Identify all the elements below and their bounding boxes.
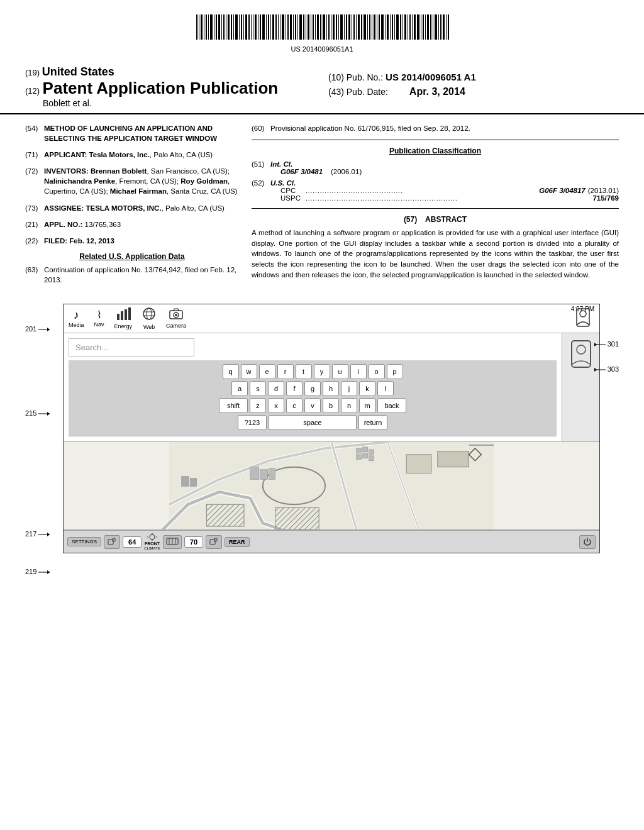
key-shift[interactable]: shift <box>219 398 248 413</box>
key-l[interactable]: l <box>377 381 394 396</box>
int-cl-row: G06F 3/0481 (2006.01) <box>270 168 619 175</box>
taskbar-icon-web[interactable]: Web <box>142 307 156 330</box>
svg-point-123 <box>175 314 177 316</box>
key-e[interactable]: e <box>259 364 275 379</box>
label-217: 217 <box>25 530 51 538</box>
diagram-section: 201 215 217 219 301 303 4:07 PM <box>0 291 644 572</box>
key-t[interactable]: t <box>296 364 312 379</box>
title-content: METHOD OF LAUNCHING AN APPLICATION AND S… <box>44 123 239 143</box>
power-button[interactable] <box>579 535 596 549</box>
cpc-label: CPC <box>280 187 306 194</box>
key-b[interactable]: b <box>323 398 339 413</box>
barcode-image <box>190 11 454 43</box>
taskbar-icon-media[interactable]: ♪ Media <box>69 309 84 328</box>
key-m[interactable]: m <box>359 398 375 413</box>
svg-rect-83 <box>404 14 406 40</box>
continuation-content: Continuation of application No. 13/764,9… <box>44 265 239 285</box>
svg-point-127 <box>577 345 586 354</box>
key-g[interactable]: g <box>304 381 321 396</box>
svg-rect-42 <box>299 14 302 40</box>
key-y[interactable]: y <box>314 364 330 379</box>
taskbar-time: 4:07 PM <box>571 306 594 313</box>
taskbar-icon-nav[interactable]: ⌇ Nav <box>94 310 104 328</box>
key-z[interactable]: z <box>250 398 266 413</box>
key-back[interactable]: back <box>377 398 406 413</box>
taskbar: 4:07 PM ♪ Media ⌇ Nav <box>64 304 599 333</box>
svg-rect-8 <box>216 14 217 40</box>
svg-rect-3 <box>204 14 204 40</box>
svg-rect-43 <box>303 14 304 40</box>
settings-button[interactable]: SETTINGS <box>67 537 101 546</box>
svg-rect-76 <box>387 14 389 40</box>
key-p[interactable]: p <box>387 364 403 379</box>
key-v[interactable]: v <box>304 398 321 413</box>
climate-label: CLIMATE <box>144 546 160 550</box>
svg-rect-140 <box>369 456 374 461</box>
key-f[interactable]: f <box>286 381 303 396</box>
int-cl-year: (2006.01) <box>331 168 362 175</box>
svg-rect-71 <box>374 14 375 40</box>
controls-icon[interactable] <box>163 535 182 549</box>
svg-rect-75 <box>385 14 386 40</box>
svg-rect-24 <box>255 14 257 40</box>
svg-rect-26 <box>260 14 261 40</box>
map-svg <box>64 442 599 529</box>
key-h[interactable]: h <box>323 381 339 396</box>
key-c[interactable]: c <box>286 398 303 413</box>
key-r[interactable]: r <box>277 364 294 379</box>
front-climate[interactable]: FRONT CLIMATE <box>144 533 160 550</box>
svg-rect-131 <box>191 479 197 487</box>
key-n[interactable]: n <box>341 398 357 413</box>
filed-label: Filed: <box>44 237 67 245</box>
svg-rect-86 <box>412 14 413 40</box>
seat-control-front[interactable] <box>104 535 120 549</box>
svg-rect-16 <box>235 14 238 40</box>
svg-rect-147 <box>406 455 431 473</box>
inventors-label: Inventors: <box>44 167 89 175</box>
svg-rect-114 <box>121 311 123 320</box>
key-w[interactable]: w <box>241 364 257 379</box>
svg-rect-79 <box>394 14 395 40</box>
svg-marker-108 <box>47 570 50 574</box>
svg-point-154 <box>150 534 155 540</box>
key-d[interactable]: d <box>268 381 284 396</box>
divider-2 <box>252 208 619 209</box>
svg-rect-50 <box>320 14 321 40</box>
key-q[interactable]: q <box>223 364 239 379</box>
key-o[interactable]: o <box>369 364 385 379</box>
rear-button[interactable]: REAR <box>225 537 250 547</box>
svg-rect-11 <box>223 14 225 40</box>
svg-rect-137 <box>369 450 374 455</box>
us-cl-content: U.S. Cl. CPC ...........................… <box>270 179 619 202</box>
taskbar-icon-energy[interactable]: Energy <box>114 307 133 329</box>
svg-rect-92 <box>427 14 429 40</box>
music-icon: ♪ <box>74 309 79 321</box>
key-num[interactable]: ?123 <box>238 415 267 430</box>
svg-rect-2 <box>201 14 203 40</box>
svg-rect-54 <box>331 14 331 40</box>
key-return[interactable]: return <box>358 415 387 430</box>
key-u[interactable]: u <box>332 364 348 379</box>
svg-rect-145 <box>206 504 244 526</box>
key-s[interactable]: s <box>250 381 266 396</box>
patent-type-line: (12) Patent Application Publication <box>25 79 316 98</box>
label-301: 301 <box>593 340 619 348</box>
int-cl-label: Int. Cl. <box>270 160 619 168</box>
key-a[interactable]: a <box>231 381 248 396</box>
key-i[interactable]: i <box>350 364 367 379</box>
filed-num: (22) <box>25 236 44 246</box>
svg-rect-21 <box>248 14 250 40</box>
key-space[interactable]: space <box>269 415 357 430</box>
camera-label: Camera <box>166 323 186 329</box>
keyboard-row-2: a s d f g h j k l <box>72 381 553 396</box>
key-j[interactable]: j <box>341 381 357 396</box>
assignee-num: (73) <box>25 203 44 213</box>
search-field[interactable]: Search... <box>69 338 194 357</box>
key-x[interactable]: x <box>268 398 284 413</box>
seat-control-rear[interactable] <box>206 535 222 549</box>
taskbar-icon-camera[interactable]: Camera <box>166 308 186 329</box>
svg-rect-19 <box>243 14 244 40</box>
web-label: Web <box>143 324 155 330</box>
svg-marker-104 <box>47 412 50 416</box>
key-k[interactable]: k <box>359 381 375 396</box>
